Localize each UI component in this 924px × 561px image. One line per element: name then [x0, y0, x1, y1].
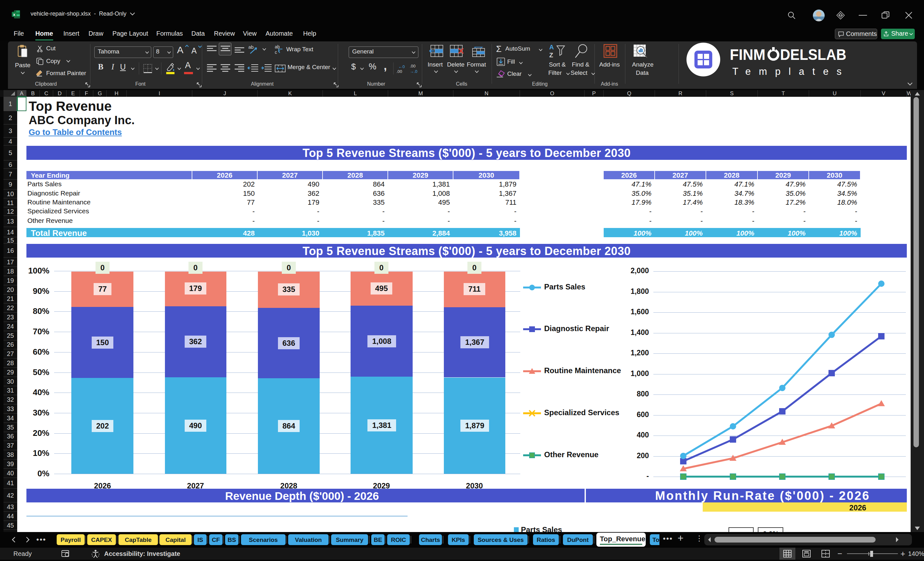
svg-text:.00: .00	[396, 69, 402, 74]
svg-text:Templates: Templates	[732, 66, 846, 77]
svg-text:DELSLAB: DELSLAB	[780, 47, 846, 63]
svg-text:←0: ←0	[398, 64, 405, 69]
svg-text:ab: ab	[275, 44, 280, 50]
svg-text:x: x	[13, 12, 16, 17]
svg-text:Z: Z	[549, 52, 553, 58]
svg-text:.00: .00	[410, 64, 416, 69]
svg-text:c: c	[275, 50, 277, 55]
svg-text:A: A	[549, 44, 554, 51]
svg-text:ab: ab	[248, 44, 254, 50]
svg-text:FINM: FINM	[730, 47, 765, 63]
svg-text:→.0: →.0	[410, 69, 417, 74]
